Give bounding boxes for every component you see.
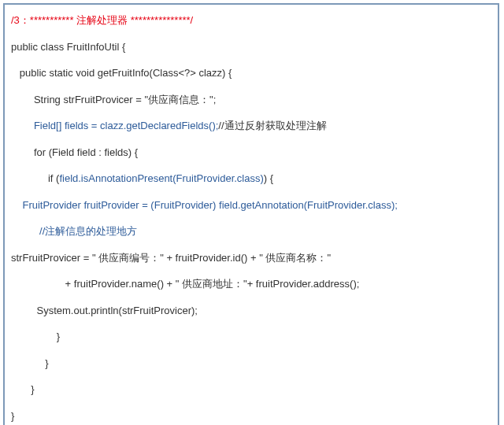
code-line: if (field.isAnnotationPresent(FruitProvi… xyxy=(11,171,491,187)
code-text: if ( xyxy=(11,172,59,184)
code-line: public class FruitInfoUtil { xyxy=(11,39,491,55)
code-text: field.isAnnotationPresent(FruitProvider.… xyxy=(59,172,263,184)
code-text: ) { xyxy=(264,172,273,184)
code-line: } xyxy=(11,382,491,397)
code-line: } xyxy=(11,356,491,371)
code-block: /3：*********** 注解处理器 ***************/ pu… xyxy=(3,3,499,425)
code-line: //注解信息的处理地方 xyxy=(11,224,491,239)
code-line: + fruitProvider.name() + " 供应商地址："+ frui… xyxy=(11,276,491,292)
code-line: } xyxy=(11,408,491,424)
code-line: strFruitProvicer = " 供应商编号：" + fruitProv… xyxy=(11,250,491,266)
code-line: Field[] fields = clazz.getDeclaredFields… xyxy=(11,118,491,134)
code-text: Field[] fields = clazz.getDeclaredFields… xyxy=(11,120,218,131)
code-text: //通过反射获取处理注解 xyxy=(218,120,326,131)
code-line: FruitProvider fruitProvider = (FruitProv… xyxy=(11,198,491,213)
code-line: public static void getFruitInfo(Class<?>… xyxy=(11,65,491,81)
code-line: String strFruitProvicer = "供应商信息："; xyxy=(11,92,491,108)
code-line: System.out.println(strFruitProvicer); xyxy=(11,303,491,319)
code-line: } xyxy=(11,329,491,345)
code-line: for (Field field : fields) { xyxy=(11,145,491,161)
code-line: /3：*********** 注解处理器 ***************/ xyxy=(11,13,491,28)
